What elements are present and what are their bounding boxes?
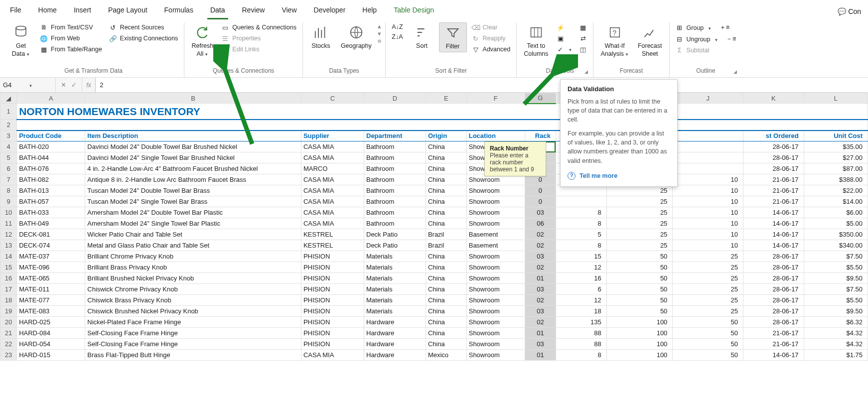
cell[interactable]: 50 — [606, 251, 673, 262]
select-all-cell[interactable]: ◢ — [0, 93, 17, 104]
cell[interactable]: 06 — [525, 218, 556, 229]
cell[interactable]: Bathroom — [364, 163, 426, 174]
cell[interactable]: 28-06-17 — [743, 152, 804, 163]
cell[interactable]: 28-06-17 — [743, 251, 804, 262]
cell[interactable]: 12 — [556, 295, 606, 306]
cell[interactable]: Showroom — [466, 207, 525, 218]
cell[interactable]: BATH-020 — [17, 141, 85, 152]
cell[interactable]: 50 — [606, 284, 673, 295]
cell[interactable]: $6.32 — [804, 317, 868, 328]
cell[interactable]: China — [426, 339, 466, 350]
existing-connections-button[interactable]: 🔗Existing Connections — [107, 33, 180, 43]
tab-review[interactable]: Review — [239, 3, 268, 19]
cell[interactable]: 15 — [556, 251, 606, 262]
cell[interactable]: Bathroom — [364, 185, 426, 196]
subtotal-button[interactable]: ΣSubtotal — [674, 45, 738, 55]
cell[interactable]: BATH-044 — [17, 152, 85, 163]
cell[interactable]: 25 — [673, 284, 743, 295]
cell[interactable]: CASA MIA — [301, 350, 364, 361]
cell[interactable]: Davinci Model 24" Single Towel Bar Brush… — [85, 152, 301, 163]
cell[interactable]: China — [426, 328, 466, 339]
cell[interactable]: 6 — [556, 284, 606, 295]
cell[interactable]: $5.50 — [804, 262, 868, 273]
cell[interactable]: 03 — [525, 339, 556, 350]
row-header[interactable]: 13 — [0, 240, 17, 251]
formula-input[interactable]: 2 — [96, 78, 868, 92]
cell[interactable]: Showroom — [466, 350, 525, 361]
cell[interactable]: 25 — [606, 196, 673, 207]
consolidate-button[interactable]: ▦ — [577, 22, 589, 32]
cell[interactable]: $35.00 — [804, 141, 868, 152]
row-header[interactable]: 6 — [0, 163, 17, 174]
cell[interactable]: Showroom — [466, 185, 525, 196]
cell[interactable]: 02 — [525, 262, 556, 273]
cell[interactable]: BATH-033 — [17, 207, 85, 218]
cell[interactable]: China — [426, 284, 466, 295]
cell[interactable]: Davinci Model 24" Double Towel Bar Brush… — [85, 141, 301, 152]
cell[interactable]: Materials — [364, 273, 426, 284]
row-header[interactable]: 4 — [0, 141, 17, 152]
cell[interactable]: Bathroom — [364, 196, 426, 207]
cell[interactable]: Basement — [466, 229, 525, 240]
cell[interactable]: $6.00 — [804, 207, 868, 218]
cell[interactable] — [673, 141, 743, 152]
stocks-button[interactable]: Stocks — [307, 22, 335, 51]
cell[interactable]: 01 — [525, 273, 556, 284]
cell[interactable]: $87.00 — [804, 163, 868, 174]
row-header[interactable]: 9 — [0, 196, 17, 207]
cell[interactable]: Bathroom — [364, 218, 426, 229]
cell[interactable]: China — [426, 317, 466, 328]
cell[interactable]: 8 — [556, 240, 606, 251]
cancel-icon[interactable]: ✕ — [61, 81, 66, 89]
cell[interactable]: Bathroom — [364, 174, 426, 185]
tab-developer[interactable]: Developer — [311, 3, 349, 19]
cell[interactable]: Hardware — [364, 339, 426, 350]
edit-links-button[interactable]: 🔗Edit Links — [219, 44, 298, 54]
cell[interactable]: 50 — [673, 317, 743, 328]
cell[interactable]: 02 — [525, 229, 556, 240]
cell[interactable]: 03 — [525, 284, 556, 295]
cell[interactable]: Tuscan Model 24" Single Towel Bar Brass — [85, 196, 301, 207]
cell[interactable]: China — [426, 295, 466, 306]
sort-desc-button[interactable]: Z↓A — [390, 32, 405, 41]
row-header[interactable]: 17 — [0, 284, 17, 295]
data-model-button[interactable]: ◫ — [577, 44, 589, 54]
cell[interactable]: 28-06-17 — [743, 295, 804, 306]
row-header[interactable]: 2 — [0, 120, 17, 131]
cell[interactable]: 0 — [525, 196, 556, 207]
col-header[interactable]: K — [743, 93, 804, 104]
queries-connections-button[interactable]: ▭Queries & Connections — [219, 22, 298, 32]
cell[interactable]: Amersham Model 24" Single Towel Bar Plas… — [85, 218, 301, 229]
name-box[interactable]: G4 — [0, 78, 56, 92]
cell[interactable]: Deck Patio — [364, 229, 426, 240]
cell[interactable]: 50 — [606, 306, 673, 317]
cell[interactable]: China — [426, 218, 466, 229]
col-header[interactable]: G — [525, 93, 556, 104]
cell[interactable]: PHISION — [301, 306, 364, 317]
tab-file[interactable]: File — [7, 3, 24, 19]
row-header[interactable]: 8 — [0, 185, 17, 196]
cell[interactable]: 10 — [673, 185, 743, 196]
row-header[interactable]: 1 — [0, 104, 17, 120]
row-header[interactable]: 14 — [0, 251, 17, 262]
cell[interactable]: Showroom — [466, 317, 525, 328]
ungroup-button[interactable]: ⊟Ungroup －≡ — [674, 34, 738, 44]
cell[interactable]: 100 — [606, 350, 673, 361]
cell[interactable]: 100 — [606, 339, 673, 350]
group-button[interactable]: ⊞Group ＋≡ — [674, 22, 738, 33]
cell[interactable]: DECK-074 — [17, 240, 85, 251]
cell[interactable]: Self-Closing Face Frame Hinge — [85, 328, 301, 339]
filter-button[interactable]: Filter — [439, 22, 467, 52]
tab-help[interactable]: Help — [359, 3, 380, 19]
cell[interactable]: 21-06-17 — [743, 196, 804, 207]
cell[interactable]: 8 — [556, 218, 606, 229]
cell[interactable]: $7.50 — [804, 284, 868, 295]
cell[interactable]: Brazil — [426, 229, 466, 240]
clear-button[interactable]: ⌫Clear — [470, 22, 513, 32]
cell[interactable]: 10 — [673, 218, 743, 229]
cell[interactable]: Antique 8 in. 2-Handle Low Arc Bathroom … — [85, 174, 301, 185]
cell[interactable]: PHISION — [301, 262, 364, 273]
show-detail-icon[interactable]: ＋≡ — [720, 23, 729, 32]
more-icon[interactable]: ≡ — [378, 37, 382, 45]
cell[interactable]: Deck Patio — [364, 240, 426, 251]
